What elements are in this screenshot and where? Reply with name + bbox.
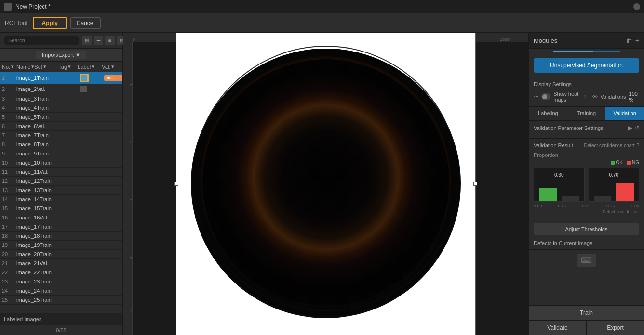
row-icon — [80, 74, 89, 82]
legend-ok: OK — [611, 160, 623, 165]
main-image — [176, 42, 475, 335]
table-row[interactable]: 17 image_17 Train — [0, 222, 122, 232]
table-row[interactable]: 22 image_22 Train — [0, 268, 122, 277]
row-number: 13 — [2, 187, 16, 193]
table-row[interactable]: 13 image_13 Train — [0, 186, 122, 195]
ng-label: NG — [632, 160, 639, 165]
table-row[interactable]: 5 image_5 Train — [0, 113, 122, 122]
module-progress — [529, 49, 644, 53]
image-table: 1 image_1 Train NG 2 image_2 Val. 3 imag… — [0, 72, 122, 313]
keyboard-icon: ⌨ — [577, 254, 596, 267]
row-set: Train — [40, 224, 64, 230]
col-tag[interactable]: Tag ▾ — [58, 64, 78, 70]
adjust-thresholds-btn[interactable]: Adjust Thresholds — [534, 223, 639, 235]
apply-button[interactable]: Apply — [33, 17, 66, 29]
row-set: Val. — [40, 169, 64, 175]
row-name: image_6 — [16, 123, 37, 129]
col-name[interactable]: Name ▾ — [16, 64, 34, 70]
import-export-bar: Import/Export ▼ — [0, 49, 122, 62]
row-number: 2 — [2, 86, 16, 92]
row-name: image_3 — [16, 96, 37, 102]
table-row[interactable]: 2 image_2 Val. — [0, 84, 122, 94]
row-set: Train — [40, 206, 64, 211]
import-export-button[interactable]: Import/Export ▼ — [36, 51, 86, 59]
col-set[interactable]: Set ▾ — [34, 64, 58, 70]
col-no[interactable]: No. ▾ — [2, 64, 16, 70]
search-bar: ⊞ ☰ ≡ ⊡ — [0, 33, 122, 49]
bottom-row: Validate Export — [529, 321, 644, 335]
handle-middle-right[interactable] — [473, 182, 477, 186]
delete-module-btn[interactable]: 🗑 — [626, 37, 632, 44]
table-row[interactable]: 15 image_15 Train — [0, 204, 122, 213]
table-row[interactable]: 3 image_3 Train — [0, 94, 122, 103]
confidence-info-icon[interactable]: ? — [636, 143, 639, 148]
row-set: Val. — [37, 123, 61, 129]
table-row[interactable]: 16 image_16 Val. — [0, 213, 122, 222]
tab-labeling[interactable]: Labeling — [529, 107, 567, 120]
row-number: 12 — [2, 178, 16, 184]
table-row[interactable]: 7 image_7 Train — [0, 131, 122, 140]
filter-icon[interactable]: ⊞ — [82, 36, 92, 45]
close-button[interactable] — [633, 3, 640, 10]
app-icon — [4, 3, 12, 11]
ng-chart: 0.70 — [589, 168, 640, 202]
canvas-body: 1 2 3 4 5 — [123, 42, 528, 335]
table-row[interactable]: 12 image_12 Train — [0, 177, 122, 186]
validate-button[interactable]: Validate — [529, 321, 587, 335]
ok-chart-value: 0.30 — [554, 172, 564, 178]
show-heat-maps-label: Show heat maps — [553, 91, 580, 103]
table-row[interactable]: 18 image_18 Train — [0, 232, 122, 241]
heat-maps-info-icon[interactable]: ? — [583, 94, 586, 100]
row-set: Train — [37, 96, 61, 102]
row-name: image_24 — [16, 288, 40, 294]
unsupervised-segmentation-btn[interactable]: Unsupervised Segmentation — [534, 58, 639, 73]
ng-badge: NG — [104, 75, 122, 81]
table-row[interactable]: 6 image_6 Val. — [0, 122, 122, 131]
canvas-viewport[interactable] — [123, 42, 528, 335]
table-row[interactable]: 19 image_19 Train — [0, 241, 122, 250]
table-row[interactable]: 8 image_8 Train — [0, 140, 122, 149]
expand-params-btn[interactable]: ▶ — [628, 125, 632, 131]
table-row[interactable]: 10 image_10 Train — [0, 158, 122, 168]
table-row[interactable]: 9 image_9 Train — [0, 149, 122, 158]
col-val[interactable]: Val. ▾ — [102, 64, 121, 70]
table-row[interactable]: 1 image_1 Train NG — [0, 72, 122, 84]
table-row[interactable]: 21 image_21 Val. — [0, 259, 122, 268]
table-row[interactable]: 11 image_11 Val. — [0, 168, 122, 177]
right-panel: Modules 🗑 + Unsupervised Segmentation Di… — [528, 33, 644, 335]
row-name: image_1 — [16, 75, 37, 81]
tab-training[interactable]: Training — [567, 107, 606, 120]
row-set: Train — [40, 233, 64, 239]
train-button[interactable]: Train — [529, 306, 644, 321]
tab-validation[interactable]: Validation — [605, 107, 644, 120]
table-row[interactable]: 23 image_23 Train — [0, 277, 122, 286]
search-input[interactable] — [4, 36, 79, 45]
table-row[interactable]: 25 image_25 Train — [0, 296, 122, 305]
reset-params-btn[interactable]: ↺ — [634, 125, 639, 131]
cancel-button[interactable]: Cancel — [70, 17, 101, 29]
progress-fill — [553, 51, 593, 52]
axis-0: 0.00 — [534, 204, 542, 208]
row-set: Val. — [37, 86, 61, 92]
row-name: image_8 — [16, 142, 37, 147]
list-icon[interactable]: ≡ — [105, 36, 115, 45]
row-set: Train — [37, 151, 61, 156]
validation-params-section: Validation Parameter Settings ▶ ↺ — [529, 121, 644, 139]
table-row[interactable]: 20 image_20 Train — [0, 250, 122, 259]
heat-maps-row: 〜 Show heat maps ? 👁 Validations 100 % — [534, 91, 639, 103]
row-set: Train — [37, 142, 61, 147]
add-module-btn[interactable]: + — [635, 37, 639, 44]
eye-icon[interactable]: 👁 — [592, 94, 598, 100]
handle-middle-left[interactable] — [174, 182, 178, 186]
col-label[interactable]: Label ▾ — [78, 64, 102, 70]
validation-params-row: Validation Parameter Settings ▶ ↺ — [534, 125, 639, 131]
heat-maps-toggle[interactable] — [541, 93, 550, 100]
table-row[interactable]: 24 image_24 Train — [0, 286, 122, 296]
table-row[interactable]: 4 image_4 Train — [0, 103, 122, 113]
table-row[interactable]: 14 image_14 Train — [0, 195, 122, 204]
export-button[interactable]: Export — [587, 321, 644, 335]
ok-bar — [539, 188, 556, 201]
titlebar: New Project * — [0, 0, 644, 13]
sort-icon[interactable]: ☰ — [94, 36, 103, 45]
axis-050: 0.50 — [582, 204, 591, 208]
